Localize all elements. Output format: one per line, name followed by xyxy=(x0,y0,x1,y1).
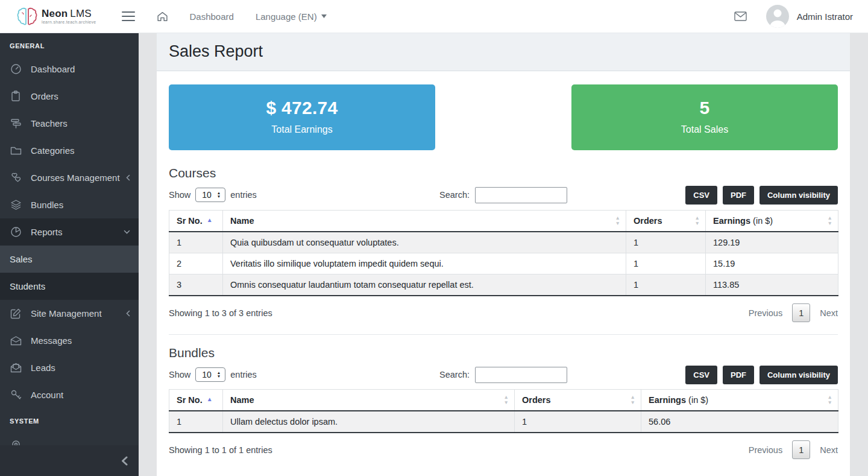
bundles-column-visibility-button[interactable]: Column visibility xyxy=(760,366,838,384)
sidebar-section-system: SYSTEM xyxy=(0,408,139,431)
courses-col-srno[interactable]: Sr No.▲ xyxy=(169,211,223,232)
bundles-col-orders[interactable]: Orders▲▼ xyxy=(515,390,641,411)
courses-showing-info: Showing 1 to 3 of 3 entries xyxy=(169,308,272,318)
courses-pdf-button[interactable]: PDF xyxy=(723,186,754,205)
main-area: Sales Report $ 472.74 Total Earnings 5 T… xyxy=(139,33,868,476)
page-1-button[interactable]: 1 xyxy=(792,303,810,322)
sort-icons: ▲▼ xyxy=(631,395,635,405)
sort-icons: ▲▼ xyxy=(828,395,832,405)
entries-label: entries xyxy=(230,370,257,379)
courses-page-length-select[interactable]: 10 ▲▼ xyxy=(195,188,225,202)
sidebar-item-dashboard[interactable]: Dashboard xyxy=(0,56,139,83)
total-earnings-label: Total Earnings xyxy=(169,124,435,135)
table-row: 1 Ullam delectus dolor ipsam. 1 56.06 xyxy=(169,411,838,433)
courses-col-orders[interactable]: Orders▲▼ xyxy=(626,211,706,232)
brand-tagline: learn.share.teach.archieve xyxy=(42,21,96,25)
sidebar-subitem-students[interactable]: Students xyxy=(0,273,139,300)
select-arrows-icon: ▲▼ xyxy=(217,371,221,378)
edit-icon xyxy=(10,308,22,320)
courses-pagination: Previous 1 Next xyxy=(749,303,838,322)
speedometer-icon xyxy=(10,63,22,75)
table-row: 2 Veritatis illo similique voluptatem im… xyxy=(169,253,838,274)
previous-button[interactable]: Previous xyxy=(749,445,782,455)
courses-col-earnings[interactable]: Earnings (in $)▲▼ xyxy=(706,211,838,232)
sort-icons: ▲▼ xyxy=(828,215,832,226)
bundles-showing-info: Showing 1 to 1 of 1 entries xyxy=(169,445,272,455)
total-earnings-value: $ 472.74 xyxy=(169,98,435,118)
page-title: Sales Report xyxy=(169,42,838,61)
select-arrows-icon: ▲▼ xyxy=(217,191,221,198)
nav-language-dropdown[interactable]: Language (EN) xyxy=(256,11,327,22)
folder-icon xyxy=(10,145,22,157)
previous-button[interactable]: Previous xyxy=(749,308,782,318)
next-button[interactable]: Next xyxy=(820,308,838,318)
table-row: 1 Quia quibusdam ut consequatur voluptat… xyxy=(169,232,838,253)
sidebar-subitem-sales[interactable]: Sales xyxy=(0,246,139,273)
bundles-col-name[interactable]: Name▲▼ xyxy=(223,390,515,411)
nav-dashboard-link[interactable]: Dashboard xyxy=(190,11,234,22)
total-earnings-card: $ 472.74 Total Earnings xyxy=(169,84,435,150)
courses-csv-button[interactable]: CSV xyxy=(685,186,717,205)
sidebar-item-categories[interactable]: Categories xyxy=(0,137,139,164)
sort-icons: ▲▼ xyxy=(695,215,700,226)
bundles-pdf-button[interactable]: PDF xyxy=(723,366,754,384)
user-avatar[interactable] xyxy=(766,5,789,28)
page-titlebar: Sales Report xyxy=(157,33,850,71)
courses-heading: Courses xyxy=(169,166,838,180)
user-name[interactable]: Admin Istrator xyxy=(797,11,853,22)
sidebar-item-leads[interactable]: Leads xyxy=(0,354,139,381)
sidebar-section-general: GENERAL xyxy=(0,33,139,56)
total-sales-label: Total Sales xyxy=(571,124,838,135)
hearts-icon xyxy=(10,172,22,184)
next-button[interactable]: Next xyxy=(820,445,838,455)
chevron-left-icon xyxy=(121,456,128,466)
bundles-col-earnings[interactable]: Earnings (in $)▲▼ xyxy=(641,390,838,411)
sidebar-item-orders[interactable]: Orders xyxy=(0,83,139,110)
bundles-page-length-select[interactable]: 10 ▲▼ xyxy=(195,367,225,382)
total-sales-card: 5 Total Sales xyxy=(571,84,838,150)
sidebar-item-courses-management[interactable]: Courses Management xyxy=(0,164,139,191)
courses-column-visibility-button[interactable]: Column visibility xyxy=(760,186,838,205)
pie-chart-icon xyxy=(10,226,22,238)
total-sales-value: 5 xyxy=(571,98,838,118)
sort-asc-icon: ▲ xyxy=(207,217,213,223)
page-1-button[interactable]: 1 xyxy=(792,440,810,459)
sidebar-item-bundles[interactable]: Bundles xyxy=(0,191,139,218)
search-label: Search: xyxy=(439,190,470,200)
content-panel: Sales Report $ 472.74 Total Earnings 5 T… xyxy=(157,33,850,476)
table-row: 3 Omnis consequatur laudantium totam con… xyxy=(169,274,838,296)
sidebar-item-messages[interactable]: Messages xyxy=(0,327,139,354)
search-label: Search: xyxy=(439,370,470,379)
lectern-icon xyxy=(10,118,22,130)
home-icon[interactable] xyxy=(157,11,168,22)
bundles-pagination: Previous 1 Next xyxy=(749,440,838,459)
bundles-col-srno[interactable]: Sr No.▲ xyxy=(169,390,223,411)
sidebar-item-site-management[interactable]: Site Management xyxy=(0,300,139,327)
entries-label: entries xyxy=(230,190,257,200)
key-icon xyxy=(10,389,22,401)
clipboard-icon xyxy=(10,90,22,103)
layers-icon xyxy=(10,199,22,211)
courses-col-name[interactable]: Name▲▼ xyxy=(223,211,626,232)
courses-search-input[interactable] xyxy=(475,187,567,203)
messages-icon[interactable] xyxy=(734,11,747,21)
chevron-left-icon xyxy=(125,310,130,317)
sidebar-item-teachers[interactable]: Teachers xyxy=(0,110,139,137)
chevron-down-icon xyxy=(124,230,130,235)
sidebar-toggle-icon[interactable] xyxy=(122,11,135,21)
sidebar-item-account[interactable]: Account xyxy=(0,381,139,408)
envelope-icon xyxy=(10,335,22,347)
brand-logo[interactable]: NeonLMS learn.share.teach.archieve xyxy=(17,7,96,26)
top-navbar: NeonLMS learn.share.teach.archieve Dashb… xyxy=(0,0,868,33)
sidebar-item-reports[interactable]: Reports xyxy=(0,218,139,246)
sort-icons: ▲▼ xyxy=(504,395,509,405)
bundles-csv-button[interactable]: CSV xyxy=(685,366,717,384)
bundles-search-input[interactable] xyxy=(475,367,567,383)
show-label: Show xyxy=(169,190,190,200)
bundles-table: Sr No.▲ Name▲▼ Orders▲▼ Earnings (in $)▲… xyxy=(169,389,838,433)
sidebar-collapse-button[interactable] xyxy=(0,445,139,476)
chevron-left-icon xyxy=(125,174,130,181)
caret-down-icon xyxy=(321,14,327,18)
courses-table: Sr No.▲ Name▲▼ Orders▲▼ Earnings (in $)▲… xyxy=(169,210,838,296)
sort-asc-icon: ▲ xyxy=(207,396,213,402)
